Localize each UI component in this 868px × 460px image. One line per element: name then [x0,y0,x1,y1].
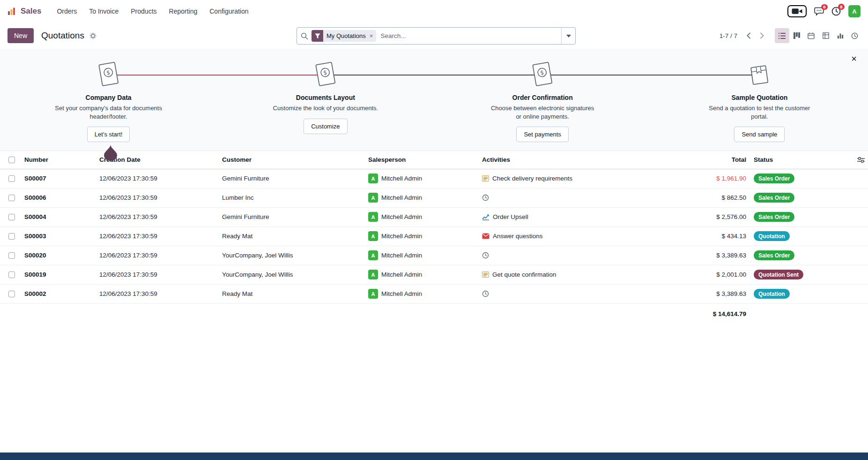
row-checkbox[interactable] [8,175,15,182]
list-view-icon [779,33,786,39]
facet-label: My Quotations [323,32,369,39]
activities-button[interactable]: 8 [831,7,841,16]
view-graph-button[interactable] [833,28,847,43]
table-row[interactable]: S00003 12/06/2023 17:30:59 Ready Mat A M… [0,226,868,246]
table-row[interactable]: S00002 12/06/2023 17:30:59 Ready Mat A M… [0,284,868,303]
menu-orders[interactable]: Orders [52,4,82,18]
salesperson-avatar: A [368,193,378,203]
send-sample-button[interactable]: Send sample [734,127,785,142]
table-row[interactable]: S00020 12/06/2023 17:30:59 YourCompany, … [0,246,868,265]
view-switcher [775,28,862,43]
select-all-checkbox-cell[interactable] [0,151,22,169]
row-checkbox[interactable] [8,214,15,220]
set-payments-button[interactable]: Set payments [516,127,569,142]
bottom-bar [0,452,868,460]
activity-cell[interactable]: Check delivery requirements [482,175,670,182]
row-checkbox[interactable] [8,271,15,278]
pager-next-button[interactable] [755,29,768,43]
status-badge: Quotation [754,231,790,241]
new-button[interactable]: New [7,28,34,43]
activity-cell[interactable]: Get quote confirmation [482,271,670,278]
header-status[interactable]: Status [752,151,846,169]
header-customer[interactable]: Customer [220,151,366,169]
select-all-checkbox[interactable] [8,157,15,163]
activity-view-icon [851,32,858,39]
step-description: Set your company's data for documents he… [54,104,163,121]
menu-reporting[interactable]: Reporting [164,4,203,18]
status-badge: Quotation Sent [754,270,803,279]
salesperson-name: Mitchell Admin [381,290,422,297]
search-dropdown-toggle[interactable] [561,28,575,44]
menu-configuration[interactable]: Configuration [204,4,253,18]
view-pivot-button[interactable] [818,28,833,43]
status-badge: Sales Order [754,250,794,260]
creation-date: 12/06/2023 17:30:59 [97,265,220,284]
activity-cell[interactable] [482,290,670,297]
creation-date: 12/06/2023 17:30:59 [97,188,220,207]
salesperson-avatar: A [368,289,378,299]
creation-date: 12/06/2023 17:30:59 [97,226,220,246]
user-avatar[interactable]: A [848,5,861,17]
mail-icon [482,233,490,239]
row-checkbox[interactable] [8,252,15,259]
header-salesperson[interactable]: Salesperson [366,151,480,169]
systray: 6 8 A [787,5,861,17]
header-activities[interactable]: Activities [480,151,672,169]
onboarding-pointer-drop [104,144,117,163]
row-checkbox[interactable] [8,195,15,201]
salesperson-name: Mitchell Admin [381,213,422,220]
activity-cell[interactable] [482,252,670,259]
table-row[interactable]: S00007 12/06/2023 17:30:59 Gemini Furnit… [0,169,868,188]
activity-label: Get quote confirmation [492,271,556,278]
header-number[interactable]: Number [22,151,97,169]
mini-bar-chart-icon [7,7,16,15]
table-row[interactable]: S00006 12/06/2023 17:30:59 Lumber Inc A … [0,188,868,207]
customize-button[interactable]: Customize [304,119,347,134]
total-amount: $ 3,389.63 [672,246,752,265]
table-row[interactable]: S00019 12/06/2023 17:30:59 YourCompany, … [0,265,868,284]
activity-cell[interactable] [482,194,670,201]
total-amount: $ 434.13 [672,226,752,246]
view-kanban-button[interactable] [789,28,804,43]
quotation-number: S00003 [22,226,97,246]
pager-previous-button[interactable] [742,29,755,43]
control-panel: New Quotations [0,23,868,49]
customer-name: Lumber Inc [220,188,366,207]
activity-cell[interactable]: Answer questions [482,233,670,240]
pager[interactable]: 1-7 / 7 [720,32,737,39]
view-calendar-button[interactable] [804,28,818,43]
filter-facet[interactable]: My Quotations × [312,30,376,42]
videocall-button[interactable] [787,5,807,17]
activity-cell[interactable]: Order Upsell [482,213,670,220]
graph-view-icon [837,32,844,39]
view-settings-gear-icon[interactable] [89,31,97,40]
spreadsheet-icon [482,271,489,278]
sales-quotations-page: Sales Orders To Invoice Products Reporti… [0,0,868,460]
step-description: Choose between electronic signatures or … [488,104,597,121]
sales-app-icon[interactable] [7,7,16,15]
document-dollar-icon: $ [96,61,121,89]
header-total[interactable]: Total [672,151,752,169]
optional-columns-button[interactable] [856,155,866,165]
filter-funnel-icon [312,30,323,42]
search-input[interactable] [379,32,557,40]
creation-date: 12/06/2023 17:30:59 [97,284,220,303]
step-description: Customize the look of your documents. [273,104,378,113]
step-title: Sample Quotation [731,94,787,101]
lets-start-button[interactable]: Let's start! [87,127,130,142]
row-checkbox[interactable] [8,291,15,297]
chevron-down-icon [566,35,571,38]
app-name[interactable]: Sales [21,7,41,16]
activity-label: Check delivery requirements [492,175,572,182]
facet-remove-icon[interactable]: × [369,32,377,39]
menu-to-invoice[interactable]: To Invoice [84,4,124,18]
row-checkbox[interactable] [8,233,15,240]
view-list-button[interactable] [775,28,789,43]
chart-icon [482,213,490,220]
messages-button[interactable]: 6 [814,7,824,16]
status-badge: Sales Order [754,212,794,222]
table-row[interactable]: S00004 12/06/2023 17:30:59 Gemini Furnit… [0,207,868,226]
view-activity-button[interactable] [847,28,862,43]
menu-products[interactable]: Products [126,4,162,18]
search-bar: My Quotations × [297,27,576,45]
